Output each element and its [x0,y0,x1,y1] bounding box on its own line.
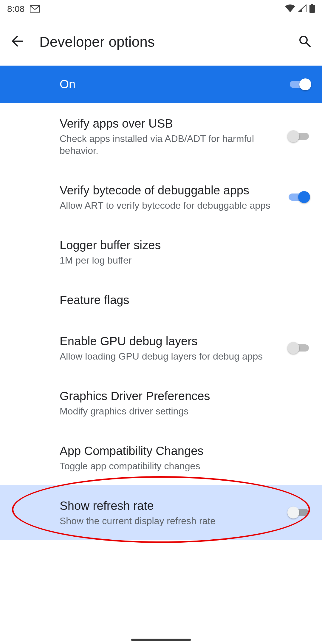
row-texts: Show refresh rate Show the current displ… [60,498,278,527]
row-title: Verify bytecode of debuggable apps [60,183,278,198]
setting-logger-buffer-sizes[interactable]: Logger buffer sizes 1M per log buffer [0,225,322,279]
screen: 8:08 Developer options [0,0,322,644]
row-title: Feature flags [60,292,310,307]
row-texts: Verify apps over USB Check apps installe… [60,116,278,157]
status-right [285,4,315,14]
switch-thumb [298,191,310,203]
app-bar: Developer options [0,18,322,66]
row-subtitle: 1M per log buffer [60,254,310,266]
setting-verify-apps-over-usb[interactable]: Verify apps over USB Check apps installe… [0,103,322,170]
row-title: Graphics Driver Preferences [60,388,310,403]
row-texts: Logger buffer sizes 1M per log buffer [60,238,310,266]
back-button[interactable] [8,33,26,51]
gmail-icon [30,5,40,13]
svg-point-3 [300,36,307,44]
battery-icon [309,4,315,14]
switch-thumb [299,78,311,90]
svg-rect-2 [309,5,315,13]
row-texts: Feature flags [60,292,310,307]
row-title: App Compatibility Changes [60,443,310,458]
setting-verify-bytecode[interactable]: Verify bytecode of debuggable apps Allow… [0,170,322,225]
master-toggle-banner[interactable]: On [0,66,322,103]
navigation-gesture-handle[interactable] [131,639,191,641]
row-subtitle: Allow loading GPU debug layers for debug… [60,350,278,362]
row-title: Logger buffer sizes [60,238,310,253]
switch-thumb [287,342,299,354]
settings-list[interactable]: Verify apps over USB Check apps installe… [0,103,322,644]
status-left: 8:08 [7,4,40,14]
toggle-enable-gpu-debug-layers[interactable] [287,342,310,354]
arrow-back-icon [11,35,24,49]
status-time: 8:08 [7,4,24,14]
page-title: Developer options [39,34,283,50]
master-toggle-label: On [60,78,75,91]
row-title: Show refresh rate [60,498,278,513]
setting-feature-flags[interactable]: Feature flags [0,279,322,321]
search-icon [298,35,311,49]
toggle-show-refresh-rate[interactable] [287,507,310,518]
switch-thumb [287,507,299,518]
row-subtitle: Modify graphics driver settings [60,405,310,417]
master-toggle-switch[interactable] [289,78,311,90]
row-texts: Verify bytecode of debuggable apps Allow… [60,183,278,211]
row-texts: App Compatibility Changes Toggle app com… [60,443,310,472]
setting-app-compatibility-changes[interactable]: App Compatibility Changes Toggle app com… [0,430,322,485]
setting-show-refresh-rate[interactable]: Show refresh rate Show the current displ… [0,485,322,540]
row-texts: Enable GPU debug layers Allow loading GP… [60,334,278,362]
row-title: Verify apps over USB [60,116,278,131]
toggle-verify-bytecode[interactable] [287,191,310,203]
toggle-verify-apps-over-usb[interactable] [287,130,310,142]
search-button[interactable] [296,33,314,51]
wifi-icon [285,4,295,13]
row-texts: Graphics Driver Preferences Modify graph… [60,388,310,417]
cell-signal-icon [298,4,306,13]
svg-rect-1 [311,4,313,5]
row-subtitle: Allow ART to verify bytecode for debugga… [60,199,278,211]
row-subtitle: Show the current display refresh rate [60,515,278,527]
status-bar: 8:08 [0,0,322,18]
row-title: Enable GPU debug layers [60,334,278,349]
row-subtitle: Check apps installed via ADB/ADT for har… [60,133,278,157]
switch-thumb [287,130,299,142]
setting-graphics-driver-preferences[interactable]: Graphics Driver Preferences Modify graph… [0,375,322,430]
setting-enable-gpu-debug-layers[interactable]: Enable GPU debug layers Allow loading GP… [0,321,322,375]
row-subtitle: Toggle app compatibility changes [60,460,310,472]
